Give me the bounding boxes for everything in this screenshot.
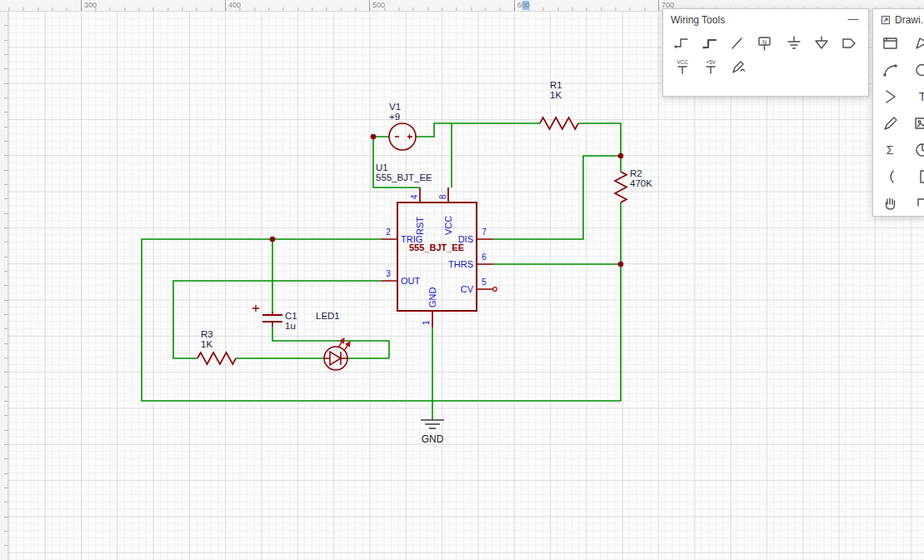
resistor-symbol[interactable] bbox=[615, 172, 627, 202]
pin-name-cv: CV bbox=[461, 284, 474, 294]
image-tool-icon[interactable] bbox=[912, 112, 924, 133]
arrow-tool-icon[interactable] bbox=[880, 86, 901, 107]
resistor-symbol[interactable] bbox=[197, 352, 236, 364]
ruler-label: 500 bbox=[369, 0, 385, 11]
pin-name-dis: DIS bbox=[458, 234, 473, 244]
plus-mark bbox=[252, 305, 259, 312]
component-v1-voltage-source[interactable]: V1 +9 bbox=[389, 102, 416, 150]
pin-number-thrs: 6 bbox=[482, 252, 487, 262]
voltage-probe-tool-icon[interactable] bbox=[728, 56, 749, 77]
component-r3-resistor[interactable]: R3 1K bbox=[197, 329, 236, 364]
ground-symbol[interactable] bbox=[421, 420, 444, 428]
pin-number-out: 3 bbox=[386, 269, 391, 278]
pin-number-gnd: 1 bbox=[422, 320, 431, 325]
net-label-tool-icon[interactable]: N bbox=[756, 32, 777, 53]
shape-tool-icon[interactable] bbox=[912, 32, 924, 53]
svg-text:N: N bbox=[762, 38, 767, 44]
easyeda-schematic-editor: 300 400 500 600 700 bbox=[0, 0, 924, 560]
ruler-label: 400 bbox=[225, 0, 241, 11]
component-ref[interactable]: R2 bbox=[630, 168, 642, 178]
arc-left-tool-icon[interactable] bbox=[880, 166, 901, 187]
polarity-marks bbox=[395, 134, 412, 139]
vcc-flag-tool-icon[interactable]: VCC bbox=[672, 56, 692, 77]
svg-text:VCC: VCC bbox=[677, 59, 688, 65]
component-r1-resistor[interactable]: R1 1K bbox=[540, 80, 578, 129]
wire-dis-net[interactable] bbox=[493, 156, 621, 239]
bus-tool-icon[interactable] bbox=[700, 32, 721, 53]
component-r2-resistor[interactable]: R2 470K bbox=[615, 168, 652, 202]
function-tool-icon[interactable]: Σ bbox=[880, 139, 901, 160]
pencil-tool-icon[interactable] bbox=[880, 112, 901, 133]
pin-number-cv: 5 bbox=[482, 278, 487, 287]
pin-number-trig: 2 bbox=[386, 228, 391, 237]
pin-number-rst: 4 bbox=[410, 194, 419, 199]
junction-dot bbox=[270, 237, 276, 242]
pin-name-vcc: VCC bbox=[443, 216, 453, 235]
ruler-label: 600 bbox=[514, 0, 530, 11]
wire-c1-to-led[interactable] bbox=[272, 327, 389, 358]
canvas-tool-icon[interactable] bbox=[880, 32, 901, 53]
drawing-tools-panel: Drawi... T bbox=[872, 8, 924, 217]
junction-dot bbox=[618, 262, 624, 268]
component-ref[interactable]: R1 bbox=[550, 80, 562, 90]
component-value[interactable]: 1K bbox=[550, 90, 562, 100]
drawing-tools-title: Drawi... bbox=[895, 14, 924, 26]
drawing-tools-grid: T Σ bbox=[873, 30, 924, 221]
diode-triangle bbox=[330, 352, 341, 365]
component-ref[interactable]: LED1 bbox=[316, 311, 340, 321]
component-ref[interactable]: C1 bbox=[285, 311, 297, 321]
wiring-tools-row2: VCC +5V bbox=[663, 56, 868, 77]
signal-ground-tool-icon[interactable] bbox=[812, 32, 832, 53]
resistor-symbol[interactable] bbox=[540, 118, 578, 129]
component-value[interactable]: +9 bbox=[389, 112, 400, 122]
corner-tool-icon[interactable] bbox=[912, 192, 924, 213]
component-ref[interactable]: R3 bbox=[201, 329, 213, 339]
wiring-tools-panel: Wiring Tools — N bbox=[662, 8, 869, 97]
wiring-tools-header[interactable]: Wiring Tools — bbox=[663, 9, 868, 30]
pin-name-gnd: GND bbox=[427, 288, 437, 308]
bracket-tool-icon[interactable] bbox=[912, 166, 924, 187]
text-tool-icon[interactable]: T bbox=[912, 86, 924, 107]
pie-tool-icon[interactable] bbox=[912, 139, 924, 160]
pin-number-dis: 7 bbox=[482, 228, 487, 237]
led-emission-arrow bbox=[344, 342, 350, 351]
minimize-button[interactable]: — bbox=[846, 12, 861, 28]
component-value[interactable]: 1K bbox=[201, 339, 212, 349]
pin-name-trig: TRIG bbox=[401, 234, 422, 244]
circle-tool-icon[interactable] bbox=[912, 59, 924, 80]
drawing-tools-header[interactable]: Drawi... bbox=[873, 9, 924, 30]
wire-vcc-to-r1[interactable] bbox=[416, 123, 540, 137]
wire-trig-loop[interactable] bbox=[142, 239, 621, 401]
svg-text:+5V: +5V bbox=[706, 59, 716, 65]
net-port-tool-icon[interactable] bbox=[839, 32, 860, 53]
arc-tool-icon[interactable] bbox=[880, 59, 901, 80]
svg-text:T: T bbox=[918, 90, 924, 103]
component-value[interactable]: 1u bbox=[285, 321, 296, 331]
capacitor-symbol[interactable] bbox=[262, 315, 282, 322]
component-value[interactable]: 555_BJT_EE bbox=[376, 172, 432, 182]
component-value[interactable]: 470K bbox=[630, 178, 652, 188]
component-gnd-flag[interactable]: GND bbox=[421, 420, 444, 445]
pin-number-vcc: 8 bbox=[438, 194, 447, 199]
plus-5v-flag-tool-icon[interactable]: +5V bbox=[700, 56, 721, 77]
ruler-label: 300 bbox=[81, 0, 97, 11]
component-ref[interactable]: V1 bbox=[389, 102, 401, 112]
hand-pan-tool-icon[interactable] bbox=[880, 192, 901, 213]
wire-tool-icon[interactable] bbox=[672, 32, 692, 53]
svg-text:Σ: Σ bbox=[886, 143, 893, 157]
wiring-tools-row1: N bbox=[663, 32, 868, 53]
wire-r1-to-junction[interactable] bbox=[578, 123, 621, 156]
unconnected-pin-indicator bbox=[493, 288, 497, 292]
bus-entry-tool-icon[interactable] bbox=[727, 32, 748, 53]
dock-icon bbox=[881, 15, 891, 25]
wiring-tools-title: Wiring Tools bbox=[671, 14, 846, 26]
component-ref[interactable]: U1 bbox=[376, 162, 388, 172]
component-c1-capacitor[interactable]: C1 1u bbox=[252, 305, 297, 331]
pin-name-thrs: THRS bbox=[448, 259, 473, 269]
ground-tool-icon[interactable] bbox=[783, 32, 804, 53]
diode-leads bbox=[324, 352, 347, 365]
pin-name-out: OUT bbox=[401, 276, 421, 286]
ruler-vertical bbox=[0, 11, 8, 560]
junction-dot bbox=[371, 134, 377, 140]
pin-name-rst: RST bbox=[415, 217, 425, 235]
